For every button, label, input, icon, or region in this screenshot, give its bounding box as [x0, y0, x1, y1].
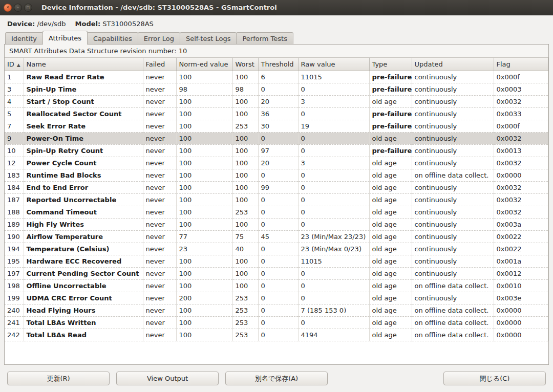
cell-threshold: 0	[258, 329, 298, 341]
cell-raw: 0	[298, 169, 369, 181]
cell-type: old age	[369, 243, 412, 255]
cell-worst: 100	[232, 71, 258, 83]
cell-flag: 0x0013	[494, 144, 548, 157]
tab-identity[interactable]: Identity	[5, 32, 43, 44]
model-value: ST31000528AS	[102, 20, 154, 28]
cell-flag: 0x0003	[494, 83, 548, 95]
cell-type: old age	[369, 316, 412, 329]
device-info-line: Device: /dev/sdb Model: ST31000528AS	[0, 15, 553, 30]
cell-worst: 253	[232, 292, 258, 304]
cell-raw: 0	[298, 83, 369, 95]
column-header-worst[interactable]: Worst	[232, 58, 258, 71]
attribute-row-195[interactable]: 195Hardware ECC Recoverednever1001000110…	[5, 255, 548, 267]
attribute-row-242[interactable]: 242Total LBAs Readnever10025304194old ag…	[5, 329, 548, 341]
cell-normed: 100	[176, 206, 232, 218]
cell-threshold: 0	[258, 169, 298, 181]
save-as-button[interactable]: 別名で保存(A)	[225, 372, 328, 385]
column-header-updated[interactable]: Updated	[412, 58, 494, 71]
cell-type: old age	[369, 193, 412, 206]
cell-worst: 100	[232, 193, 258, 206]
cell-normed: 100	[176, 279, 232, 292]
attributes-table: ID▲NameFailedNorm-ed valueWorstThreshold…	[5, 58, 548, 341]
cell-updated: on offline data collect.	[412, 316, 494, 329]
attribute-row-10[interactable]: 10Spin-Up Retry Countnever100100970pre-f…	[5, 144, 548, 157]
attribute-row-240[interactable]: 240Head Flying Hoursnever10025307 (185 1…	[5, 304, 548, 316]
cell-type: pre-failure	[369, 144, 412, 157]
attribute-row-1[interactable]: 1Raw Read Error Ratenever100100611015pre…	[5, 71, 548, 83]
attribute-row-4[interactable]: 4Start / Stop Countnever100100203old age…	[5, 95, 548, 107]
column-header-type[interactable]: Type	[369, 58, 412, 71]
cell-failed: never	[143, 279, 176, 292]
close-button[interactable]: 閉じる(C)	[443, 372, 546, 385]
column-header-failed[interactable]: Failed	[143, 58, 176, 71]
attribute-row-187[interactable]: 187Reported Uncorrectablenever10010000ol…	[5, 193, 548, 206]
cell-normed: 100	[176, 144, 232, 157]
tab-attributes[interactable]: Attributes	[42, 31, 88, 45]
attribute-row-194[interactable]: 194Temperature (Celsius)never2340023 (Mi…	[5, 243, 548, 255]
close-window-button[interactable]: ✕	[4, 4, 12, 12]
attribute-row-189[interactable]: 189High Fly Writesnever10010000old ageco…	[5, 218, 548, 230]
attribute-row-9[interactable]: 9Power-On Timenever10010000old agecontin…	[5, 132, 548, 144]
cell-flag: 0x001a	[494, 255, 548, 267]
cell-worst: 100	[232, 218, 258, 230]
cell-name: Offline Uncorrectable	[24, 279, 143, 292]
cell-worst: 253	[232, 304, 258, 316]
cell-failed: never	[143, 83, 176, 95]
tab-error-log[interactable]: Error Log	[138, 32, 180, 44]
column-header-id[interactable]: ID▲	[5, 58, 24, 71]
cell-normed: 100	[176, 193, 232, 206]
cell-threshold: 6	[258, 71, 298, 83]
column-header-threshold[interactable]: Threshold	[258, 58, 298, 71]
cell-threshold: 0	[258, 304, 298, 316]
cell-raw: 0	[298, 267, 369, 279]
cell-name: Current Pending Sector Count	[24, 267, 143, 279]
view-output-button[interactable]: View Output	[116, 372, 219, 385]
refresh-button[interactable]: 更新(R)	[7, 372, 110, 385]
attribute-row-197[interactable]: 197Current Pending Sector Countnever1001…	[5, 267, 548, 279]
cell-raw: 0	[298, 107, 369, 120]
attribute-row-184[interactable]: 184End to End Errornever100100990old age…	[5, 181, 548, 193]
column-header-normed[interactable]: Norm-ed value	[176, 58, 232, 71]
cell-raw: 4194	[298, 329, 369, 341]
attribute-row-198[interactable]: 198Offline Uncorrectablenever10010000old…	[5, 279, 548, 292]
tab-perform-tests[interactable]: Perform Tests	[236, 32, 293, 44]
cell-id: 184	[5, 181, 24, 193]
cell-type: old age	[369, 292, 412, 304]
attribute-row-190[interactable]: 190Airflow Temperaturenever77754523 (Min…	[5, 230, 548, 243]
cell-updated: on offline data collect.	[412, 304, 494, 316]
cell-raw: 0	[298, 181, 369, 193]
cell-id: 183	[5, 169, 24, 181]
minimize-window-button[interactable]: –	[14, 4, 22, 12]
cell-flag: 0x0022	[494, 230, 548, 243]
cell-threshold: 30	[258, 120, 298, 132]
attribute-row-12[interactable]: 12Power Cycle Countnever100100203old age…	[5, 157, 548, 169]
cell-type: pre-failure	[369, 120, 412, 132]
attribute-row-3[interactable]: 3Spin-Up Timenever989800pre-failureconti…	[5, 83, 548, 95]
column-header-raw[interactable]: Raw value	[298, 58, 369, 71]
cell-threshold: 97	[258, 144, 298, 157]
cell-failed: never	[143, 95, 176, 107]
attribute-row-199[interactable]: 199UDMA CRC Error Countnever20025300old …	[5, 292, 548, 304]
tab-self-test-logs[interactable]: Self-test Logs	[180, 32, 237, 44]
cell-type: old age	[369, 132, 412, 144]
close-icon: ✕	[6, 6, 10, 10]
cell-id: 240	[5, 304, 24, 316]
attributes-table-container[interactable]: ID▲NameFailedNorm-ed valueWorstThreshold…	[5, 58, 548, 364]
cell-id: 190	[5, 230, 24, 243]
cell-normed: 100	[176, 132, 232, 144]
column-header-name[interactable]: Name	[24, 58, 143, 71]
cell-flag: 0x0022	[494, 243, 548, 255]
attribute-row-5[interactable]: 5Reallocated Sector Countnever100100360p…	[5, 107, 548, 120]
attribute-row-188[interactable]: 188Command Timeoutnever10025300old ageco…	[5, 206, 548, 218]
attribute-row-7[interactable]: 7Seek Error Ratenever1002533019pre-failu…	[5, 120, 548, 132]
attribute-row-241[interactable]: 241Total LBAs Writtennever10025300old ag…	[5, 316, 548, 329]
maximize-window-button[interactable]: ◻	[24, 4, 32, 12]
model-label: Model:	[75, 20, 101, 28]
tab-capabilities[interactable]: Capabilities	[87, 32, 138, 44]
attribute-row-183[interactable]: 183Runtime Bad Blocksnever10010000old ag…	[5, 169, 548, 181]
cell-worst: 100	[232, 144, 258, 157]
cell-threshold: 0	[258, 243, 298, 255]
cell-raw: 0	[298, 193, 369, 206]
column-header-flag[interactable]: Flag	[494, 58, 548, 71]
cell-name: End to End Error	[24, 181, 143, 193]
